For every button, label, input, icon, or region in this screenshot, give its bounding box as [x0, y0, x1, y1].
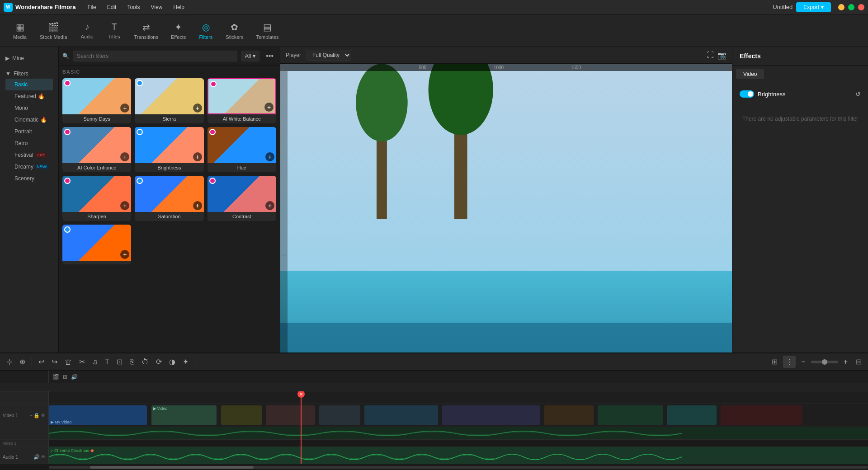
sidebar-item-dreamy[interactable]: Dreamy NEW! [5, 161, 53, 173]
close-button[interactable] [858, 4, 864, 10]
video-add-icon[interactable]: + [30, 413, 33, 418]
sidebar-item-scenery[interactable]: Scenery [5, 173, 53, 184]
sidebar-item-basic[interactable]: Basic [5, 79, 53, 90]
filter-card-saturation[interactable]: + Saturation [135, 176, 203, 221]
tl-zoom-in[interactable]: + [841, 356, 850, 368]
zoom-slider[interactable] [811, 361, 838, 363]
video-clip-1[interactable]: ▶ My Video [49, 405, 147, 425]
export-button[interactable]: Export ▾ [796, 2, 831, 12]
search-input[interactable] [73, 51, 237, 61]
bottom-scrollbar[interactable] [0, 464, 868, 470]
menu-tools[interactable]: Tools [123, 2, 144, 12]
tl-copy-button[interactable]: ⎘ [127, 356, 137, 368]
add-overlay-track[interactable]: ⊞ [63, 374, 67, 380]
effects-tab-video[interactable]: Video [736, 69, 764, 79]
video-clip-9[interactable] [598, 405, 663, 425]
horizontal-scrollbar[interactable] [49, 466, 868, 469]
tool-stickers[interactable]: ✿ Stickers [220, 19, 249, 42]
audio-eye-icon[interactable]: 👁 [41, 454, 46, 460]
video-clip-10[interactable] [667, 405, 717, 425]
filter-card-ai-white[interactable]: + AI White Balance [208, 78, 276, 123]
video-clip-7[interactable] [442, 405, 540, 425]
sidebar-item-portrait[interactable]: Portrait [5, 126, 53, 137]
menu-view[interactable]: View [146, 2, 167, 12]
filter-add-sunny-days[interactable]: + [120, 103, 129, 113]
sidebar-item-retro[interactable]: Retro [5, 137, 53, 149]
filter-add-ai-color[interactable]: + [120, 152, 129, 161]
tl-mask-button[interactable]: ◑ [166, 356, 178, 368]
video-clip-4[interactable] [266, 405, 315, 425]
filter-card-sunny-days[interactable]: + Sunny Days [62, 78, 131, 123]
scrollbar-thumb[interactable] [90, 466, 254, 469]
filter-card-hue[interactable]: + Hue [208, 127, 276, 172]
screenshot-button[interactable]: 📷 [717, 51, 726, 60]
filter-card-ai-color[interactable]: + AI Color Enhance [62, 127, 131, 172]
tool-media[interactable]: ▦ Media [7, 19, 33, 42]
filter-add-brightness[interactable]: + [193, 152, 202, 161]
tl-zoom-out[interactable]: − [798, 356, 808, 368]
tl-motion-button[interactable]: ⟳ [153, 356, 165, 368]
tl-audio-detach[interactable]: ♫ [90, 356, 100, 368]
tl-ai-cut[interactable]: ✦ [180, 356, 191, 368]
tool-templates[interactable]: ▤ Templates [250, 19, 284, 42]
video-clip-8[interactable] [544, 405, 594, 425]
tool-transitions[interactable]: ⇄ Transitions [129, 19, 164, 42]
brightness-toggle[interactable] [740, 90, 754, 98]
tool-filters[interactable]: ◎ Filters [193, 19, 218, 42]
tool-titles[interactable]: T Titles [102, 19, 127, 42]
filter-add-hue[interactable]: + [265, 152, 274, 161]
sidebar-mine-header[interactable]: ▶ Mine [5, 53, 53, 63]
menu-edit[interactable]: Edit [103, 2, 121, 12]
filter-add-contrast[interactable]: + [265, 201, 274, 210]
tl-select-tool[interactable]: ⊹ [4, 356, 15, 368]
filter-card-mystery1[interactable]: + [62, 225, 131, 264]
sidebar-item-featured[interactable]: Featured 🔥 [5, 90, 53, 102]
tl-track-toggle[interactable]: ⊞ [769, 356, 780, 368]
more-options-button[interactable]: ••• [263, 51, 276, 61]
video-clip-5[interactable] [319, 405, 360, 425]
maximize-button[interactable] [848, 4, 854, 10]
filter-add-ai-white[interactable]: + [264, 103, 274, 112]
video-track-content[interactable]: ▶ My Video ▶ Video [49, 404, 868, 427]
filter-add-saturation[interactable]: + [193, 201, 202, 210]
tl-delete-button[interactable]: 🗑 [62, 356, 75, 368]
add-audio-track[interactable]: 🔊 [71, 374, 78, 380]
filter-add-mystery1[interactable]: + [120, 250, 129, 259]
quality-select[interactable]: Full Quality [307, 50, 351, 61]
tl-cut-button[interactable]: ✂ [76, 356, 88, 368]
filter-all-dropdown[interactable]: All ▾ [241, 51, 259, 61]
tl-speed-button[interactable]: ⏱ [139, 356, 151, 368]
minimize-button[interactable] [838, 4, 844, 10]
filter-card-sharpen[interactable]: + Sharpen [62, 176, 131, 221]
tl-fit-button[interactable]: ⊟ [853, 356, 864, 368]
audio-track-content[interactable]: ♪ Cheerful Christmas ◆ [49, 447, 868, 464]
sidebar-item-festival[interactable]: Festival 2025 [5, 149, 53, 161]
menu-file[interactable]: File [83, 2, 100, 12]
tool-effects[interactable]: ✦ Effects [165, 19, 191, 42]
reset-icon[interactable]: ↺ [855, 90, 861, 98]
video-eye-icon[interactable]: 👁 [41, 413, 46, 418]
tl-redo-button[interactable]: ↪ [49, 356, 60, 368]
tool-audio[interactable]: ♪ Audio [75, 19, 100, 42]
tool-stock-media[interactable]: 🎬 Stock Media [34, 19, 73, 42]
tl-snap-button[interactable]: ⋮ [783, 356, 796, 368]
tl-undo-button[interactable]: ↩ [36, 356, 47, 368]
sidebar-filters-header[interactable]: ▼ Filters [5, 69, 53, 79]
playhead-marker[interactable]: ✕ [297, 391, 305, 398]
menu-help[interactable]: Help [169, 2, 189, 12]
add-video-track[interactable]: 🎬 [52, 374, 59, 380]
tl-crop-button[interactable]: ⊡ [114, 356, 125, 368]
filter-add-sharpen[interactable]: + [120, 201, 129, 210]
tl-ripple-tool[interactable]: ⊕ [17, 356, 28, 368]
filter-card-brightness[interactable]: + Brightness [135, 127, 203, 172]
video-clip-6[interactable] [364, 405, 438, 425]
video-clip-11[interactable] [721, 405, 802, 425]
filter-card-sierra[interactable]: + Sierra [135, 78, 203, 123]
filter-card-contrast[interactable]: + Contrast [208, 176, 276, 221]
video-clip-3[interactable] [221, 405, 262, 425]
tl-text-button[interactable]: T [102, 356, 112, 368]
video-clip-2[interactable]: ▶ Video [151, 405, 217, 425]
audio-volume-icon[interactable]: 🔊 [33, 454, 40, 460]
filter-add-sierra[interactable]: + [193, 103, 202, 113]
video-lock-icon[interactable]: 🔒 [33, 413, 40, 418]
